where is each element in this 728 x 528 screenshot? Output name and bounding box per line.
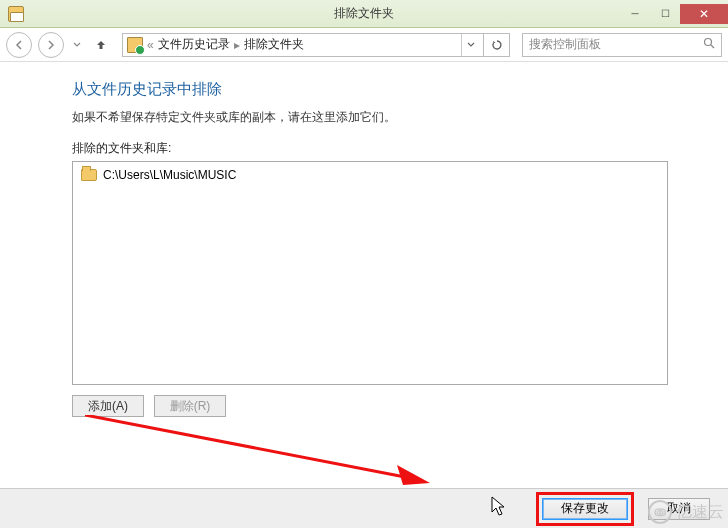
breadcrumb-sep-1: ▸ [234, 38, 240, 52]
remove-button-label: 删除(R) [170, 398, 211, 415]
back-button[interactable] [6, 32, 32, 58]
address-wrap: « 文件历史记录 ▸ 排除文件夹 [122, 33, 510, 57]
location-icon [127, 37, 143, 53]
search-icon [703, 37, 715, 52]
list-item[interactable]: C:\Users\L\Music\MUSIC [77, 166, 663, 184]
arrow-right-icon [45, 39, 57, 51]
excluded-listbox[interactable]: C:\Users\L\Music\MUSIC [72, 161, 668, 385]
history-dropdown[interactable] [70, 38, 84, 52]
breadcrumb-seg-2[interactable]: 排除文件夹 [244, 36, 304, 53]
window-title: 排除文件夹 [0, 5, 728, 22]
bottom-bar: 保存更改 取消 [0, 488, 728, 528]
search-input[interactable]: 搜索控制面板 [522, 33, 722, 57]
list-buttons: 添加(A) 删除(R) [72, 395, 728, 417]
svg-marker-3 [397, 465, 430, 485]
breadcrumb-seg-1[interactable]: 文件历史记录 [158, 36, 230, 53]
svg-line-2 [85, 415, 405, 477]
page-heading: 从文件历史记录中排除 [72, 80, 728, 99]
list-item-path: C:\Users\L\Music\MUSIC [103, 168, 236, 182]
address-dropdown[interactable] [461, 34, 479, 56]
titlebar: 排除文件夹 ─ ☐ ✕ [0, 0, 728, 28]
remove-button: 删除(R) [154, 395, 226, 417]
cancel-button-label: 取消 [667, 500, 691, 517]
refresh-icon [491, 39, 503, 51]
arrow-up-icon [94, 38, 108, 52]
chevron-down-icon [73, 41, 81, 49]
add-button-label: 添加(A) [88, 398, 128, 415]
page-subtext: 如果不希望保存特定文件夹或库的副本，请在这里添加它们。 [72, 109, 728, 126]
up-button[interactable] [90, 34, 112, 56]
folder-icon [81, 169, 97, 181]
refresh-button[interactable] [484, 33, 510, 57]
chevron-down-icon [467, 41, 475, 49]
svg-line-1 [711, 45, 714, 48]
breadcrumb-lead: « [147, 38, 154, 52]
add-button[interactable]: 添加(A) [72, 395, 144, 417]
search-placeholder: 搜索控制面板 [529, 36, 601, 53]
save-button[interactable]: 保存更改 [542, 498, 628, 520]
forward-button[interactable] [38, 32, 64, 58]
save-button-label: 保存更改 [561, 500, 609, 517]
annotation-arrow [85, 415, 430, 490]
cancel-button[interactable]: 取消 [648, 498, 710, 520]
list-label: 排除的文件夹和库: [72, 140, 728, 157]
address-bar[interactable]: « 文件历史记录 ▸ 排除文件夹 [122, 33, 484, 57]
content-area: 从文件历史记录中排除 如果不希望保存特定文件夹或库的副本，请在这里添加它们。 排… [0, 62, 728, 417]
svg-point-0 [705, 39, 712, 46]
toolbar: « 文件历史记录 ▸ 排除文件夹 搜索控制面板 [0, 28, 728, 62]
annotation-highlight: 保存更改 [536, 492, 634, 526]
arrow-left-icon [13, 39, 25, 51]
